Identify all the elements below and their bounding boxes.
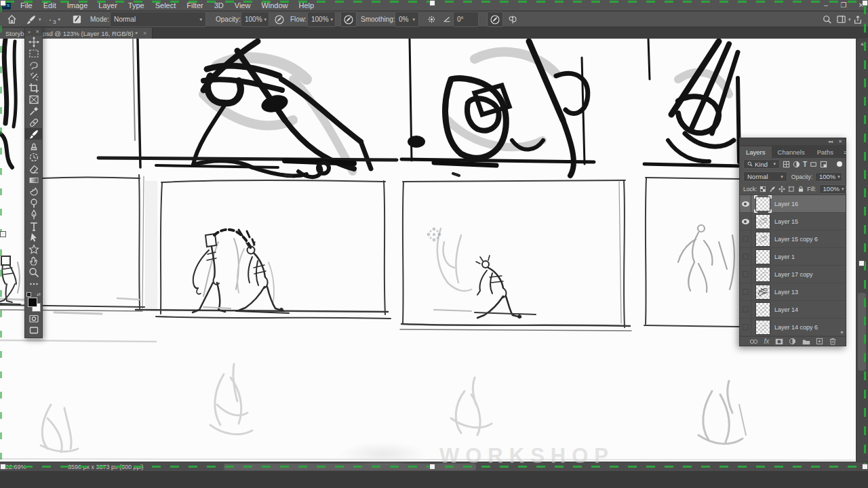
layer-thumbnail[interactable] (755, 285, 770, 300)
vertical-scrollbar-thumb[interactable] (858, 293, 866, 371)
tool-brush[interactable] (25, 128, 42, 140)
workspace-switcher-icon[interactable]: ▾ (836, 12, 851, 27)
lock-artboard-icon[interactable] (788, 186, 795, 192)
tab-layers[interactable]: Layers (740, 146, 772, 158)
panel-menu-icon[interactable]: ≡ (840, 149, 851, 158)
close-panel-icon[interactable]: ✕ (838, 139, 842, 144)
layer-visibility-empty[interactable] (740, 248, 751, 265)
tool-path-selection[interactable] (25, 232, 42, 243)
collapse-panel-icon[interactable]: ◂◂ (828, 139, 833, 144)
layer-row[interactable]: Layer 15 copy 6 (740, 230, 846, 248)
horizontal-scrollbar-thumb[interactable] (224, 464, 476, 470)
document-info[interactable]: 3590 px x 3373 px (300 ppi) (68, 464, 144, 470)
tab-channels[interactable]: Channels (772, 146, 811, 158)
tool-magic-wand[interactable] (25, 70, 42, 82)
tool-quick-mask[interactable] (25, 312, 42, 324)
tool-lasso[interactable] (25, 59, 42, 70)
layer-name[interactable]: Layer 14 copy 6 (774, 324, 818, 331)
layer-row[interactable]: Layer 15 (740, 213, 846, 230)
filter-adjustment-layers-icon[interactable] (793, 161, 800, 168)
delete-layer-icon[interactable] (829, 338, 836, 345)
filter-type-layers-icon[interactable]: T (803, 161, 807, 168)
layer-visibility-empty[interactable] (740, 266, 751, 283)
blend-mode-select[interactable]: Normal▾ (110, 12, 206, 27)
tool-dodge[interactable] (25, 197, 42, 209)
opacity-pressure-icon[interactable] (274, 12, 285, 27)
close-panel-icon[interactable]: ✕ (35, 29, 39, 35)
tool-spot-healing[interactable] (25, 117, 42, 128)
link-layers-icon[interactable] (749, 338, 758, 345)
layer-filter-select[interactable]: Kind ▾ (743, 159, 780, 169)
layer-name[interactable]: Layer 15 copy 6 (774, 236, 818, 243)
tool-clone-stamp[interactable] (25, 140, 42, 151)
brush-tool-preset-icon[interactable]: ▾ (26, 12, 41, 27)
layer-visibility-empty[interactable] (740, 230, 751, 247)
tool-edit-toolbar[interactable] (25, 278, 42, 289)
layer-row[interactable]: Layer 17 copy (740, 266, 846, 283)
restore-button[interactable]: ❐ (840, 0, 848, 10)
scroll-up-icon[interactable]: ▲ (856, 41, 868, 47)
smoothing-select[interactable]: 0%▾ (395, 12, 419, 27)
tool-type[interactable] (25, 220, 42, 232)
menu-view[interactable]: View (229, 0, 256, 11)
menu-image[interactable]: Image (62, 0, 94, 11)
layer-blend-mode-select[interactable]: Normal▾ (743, 171, 787, 182)
menu-help[interactable]: Help (294, 0, 320, 11)
layer-visibility-empty[interactable] (740, 283, 751, 300)
layer-style-fx-icon[interactable]: fx (764, 338, 770, 345)
layer-thumbnail[interactable] (755, 267, 770, 282)
tool-rectangular-marquee[interactable] (25, 47, 42, 59)
menu-file[interactable]: File (15, 0, 38, 11)
add-layer-mask-icon[interactable] (775, 338, 783, 345)
menu-window[interactable]: Window (256, 0, 293, 11)
smoothing-options-gear-icon[interactable] (427, 12, 436, 27)
opacity-select[interactable]: 100%▾ (241, 12, 269, 27)
layer-visibility-eye-icon[interactable] (740, 213, 751, 230)
document-tab[interactable]: Storyboard2.psd @ 123% (Layer 16, RGB/8)… (0, 28, 153, 39)
new-layer-icon[interactable] (816, 338, 823, 345)
layer-row[interactable]: Layer 1 (740, 248, 846, 266)
capture-handle-bottom-left[interactable] (0, 464, 6, 470)
menu-filter[interactable]: Filter (181, 0, 208, 11)
layer-name[interactable]: Layer 14 (774, 306, 798, 313)
lock-all-padlock-icon[interactable] (797, 186, 804, 192)
search-icon[interactable] (823, 12, 832, 27)
layer-thumbnail[interactable] (755, 197, 770, 211)
layer-name[interactable]: Layer 1 (774, 253, 795, 260)
capture-handle-left-middle[interactable] (0, 231, 6, 237)
menu-select[interactable]: Select (150, 0, 182, 11)
layer-thumbnail[interactable] (755, 302, 770, 317)
symmetry-butterfly-icon[interactable] (507, 12, 518, 27)
brush-size-preview[interactable]: · 3 ▾ (49, 12, 60, 27)
layer-thumbnail[interactable] (755, 214, 770, 229)
capture-handle-bottom-right[interactable] (862, 464, 868, 470)
lock-pixels-brush-icon[interactable] (769, 186, 776, 192)
capture-handle-bottom-center[interactable] (429, 464, 435, 470)
capture-handle-top-center[interactable] (429, 0, 435, 6)
layer-row[interactable]: Layer 14 (740, 301, 846, 319)
default-colors-icon[interactable] (26, 292, 31, 297)
new-adjustment-layer-icon[interactable] (789, 338, 796, 345)
lock-transparency-icon[interactable] (760, 186, 766, 192)
brush-angle-field[interactable]: 0° (453, 12, 479, 27)
layer-visibility-empty[interactable] (740, 319, 751, 336)
menu-type[interactable]: Type (123, 0, 150, 11)
tool-eraser[interactable] (25, 163, 42, 174)
tool-zoom[interactable] (25, 266, 42, 278)
filter-smart-object-icon[interactable] (820, 161, 827, 168)
layer-visibility-empty[interactable] (740, 301, 751, 318)
tool-move[interactable] (25, 36, 42, 47)
layer-row[interactable]: Layer 13 (740, 283, 846, 301)
layer-name[interactable]: Layer 15 (774, 218, 798, 225)
capture-handle-top-left[interactable] (0, 0, 6, 6)
tool-eyedropper[interactable] (25, 105, 42, 117)
vertical-scrollbar[interactable]: ▲ (856, 39, 868, 462)
tab-paths[interactable]: Paths (811, 146, 840, 158)
layer-fill-select[interactable]: 100%▾ (819, 184, 846, 194)
scroll-right-icon[interactable]: › (849, 464, 851, 470)
layer-name[interactable]: Layer 13 (774, 289, 798, 296)
tool-hand[interactable] (25, 255, 42, 266)
layer-opacity-select[interactable]: 100%▾ (815, 172, 842, 182)
tool-screen-mode[interactable] (25, 324, 42, 336)
list-scroll-down-icon[interactable]: ▼ (840, 330, 844, 335)
